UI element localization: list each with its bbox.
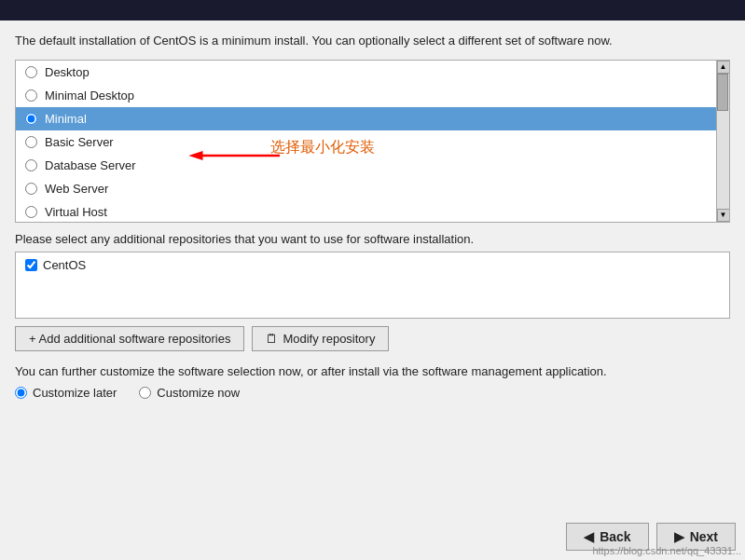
label-desktop: Desktop xyxy=(45,65,90,79)
description-text: The default installation of CentOS is a … xyxy=(15,32,730,50)
label-virtual-host: Virtual Host xyxy=(45,205,107,219)
label-database-server: Database Server xyxy=(45,158,136,172)
checkbox-centos[interactable] xyxy=(25,259,37,271)
radio-desktop[interactable] xyxy=(25,66,37,78)
radio-customize-now[interactable] xyxy=(139,387,151,399)
back-label: Back xyxy=(600,529,630,544)
add-repo-button[interactable]: + Add additional software repositories xyxy=(15,326,244,351)
repos-label: Please select any additional repositorie… xyxy=(15,232,730,246)
radio-virtual-host[interactable] xyxy=(25,206,37,218)
list-item-desktop[interactable]: Desktop xyxy=(16,61,716,84)
modify-repo-icon: 🗒 xyxy=(266,332,278,346)
radio-customize-later[interactable] xyxy=(15,387,27,399)
modify-repo-button[interactable]: 🗒 Modify repository xyxy=(252,326,389,351)
label-basic-server: Basic Server xyxy=(45,135,114,149)
radio-minimal[interactable] xyxy=(25,113,37,125)
header-bar xyxy=(0,0,745,20)
scrollbar[interactable]: ▲ ▼ xyxy=(716,61,729,222)
customize-options: Customize later Customize now xyxy=(15,386,730,400)
list-item-database-server[interactable]: Database Server xyxy=(16,154,716,177)
label-web-server: Web Server xyxy=(45,182,108,196)
list-item-web-server[interactable]: Web Server xyxy=(16,177,716,200)
watermark: https://blog.csdn.net/qq_43331... xyxy=(588,543,745,558)
radio-web-server[interactable] xyxy=(25,183,37,195)
list-item-basic-server[interactable]: Basic Server xyxy=(16,130,716,154)
scrollbar-thumb[interactable] xyxy=(717,74,728,111)
software-list-container: Desktop Minimal Desktop Minimal Basic Se… xyxy=(15,60,730,223)
customize-now-option[interactable]: Customize now xyxy=(139,386,240,400)
label-minimal: Minimal xyxy=(45,112,87,126)
label-minimal-desktop: Minimal Desktop xyxy=(45,89,134,102)
customize-now-label: Customize now xyxy=(157,386,240,400)
repos-section: Please select any additional repositorie… xyxy=(15,232,730,319)
list-item-virtual-host[interactable]: Virtual Host xyxy=(16,200,716,222)
customize-section: You can further customize the software s… xyxy=(15,362,730,401)
next-arrow-icon: ▶ xyxy=(674,529,684,544)
back-arrow-icon: ◀ xyxy=(584,529,594,544)
radio-database-server[interactable] xyxy=(25,159,37,171)
customize-label: You can further customize the software s… xyxy=(15,362,730,381)
scrollbar-down-arrow[interactable]: ▼ xyxy=(717,209,730,222)
next-label: Next xyxy=(690,529,718,544)
customize-later-label: Customize later xyxy=(33,386,117,400)
radio-basic-server[interactable] xyxy=(25,136,37,148)
repos-item-centos[interactable]: CentOS xyxy=(25,258,720,272)
customize-later-option[interactable]: Customize later xyxy=(15,386,117,400)
scrollbar-up-arrow[interactable]: ▲ xyxy=(717,61,730,74)
modify-repo-label: Modify repository xyxy=(283,332,375,346)
list-item-minimal-desktop[interactable]: Minimal Desktop xyxy=(16,84,716,107)
repos-list-container: CentOS xyxy=(15,252,730,319)
software-list[interactable]: Desktop Minimal Desktop Minimal Basic Se… xyxy=(16,61,716,222)
radio-minimal-desktop[interactable] xyxy=(25,89,37,102)
repos-centos-label: CentOS xyxy=(43,258,86,272)
main-content: The default installation of CentOS is a … xyxy=(0,20,745,411)
scrollbar-thumb-area xyxy=(717,74,729,209)
list-item-minimal[interactable]: Minimal xyxy=(16,107,716,130)
button-row: + Add additional software repositories 🗒… xyxy=(15,326,730,351)
